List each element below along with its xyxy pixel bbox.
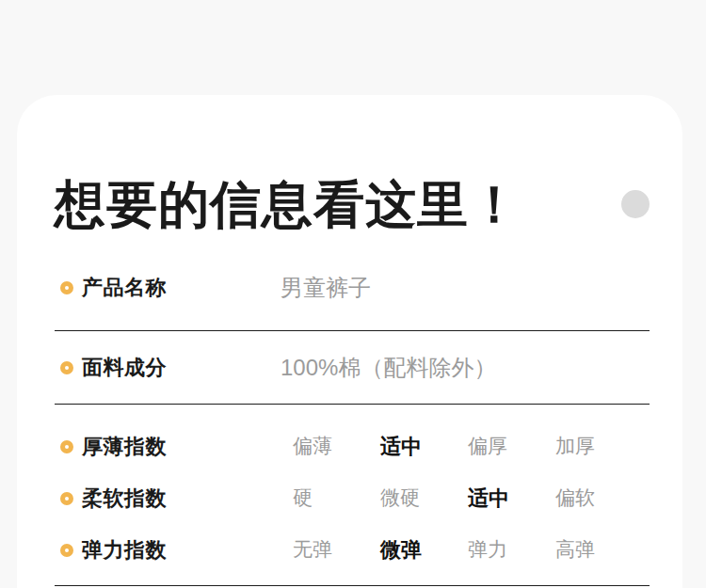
- info-row-product-name: 产品名称 男童裤子: [55, 246, 650, 330]
- row-label: 厚薄指数: [82, 433, 281, 461]
- option-item: 无弹: [293, 536, 380, 564]
- row-label: 柔软指数: [82, 485, 281, 513]
- option-item: 偏厚: [468, 433, 555, 461]
- card-header: 想要的信息看这里！: [55, 95, 650, 234]
- section-title: 想要的信息看这里！: [55, 179, 521, 230]
- index-row-thickness: 厚薄指数 偏薄 适中 偏厚 加厚: [55, 421, 650, 472]
- bullet-ring-icon: [60, 361, 73, 374]
- ring-icon: [621, 190, 650, 218]
- option-item: 硬: [293, 485, 380, 513]
- index-row-elasticity: 弹力指数 无弹 微弹 弹力 高弹: [55, 524, 650, 576]
- bullet-ring-icon: [60, 281, 73, 294]
- row-label: 产品名称: [82, 274, 281, 302]
- row-label: 面料成分: [82, 354, 281, 382]
- option-item: 适中: [380, 433, 468, 461]
- option-item: 加厚: [555, 433, 643, 461]
- option-item: 微弹: [380, 536, 468, 564]
- option-item: 适中: [468, 485, 555, 513]
- row-value: 男童裤子: [281, 273, 371, 303]
- option-item: 微硬: [380, 485, 468, 513]
- bullet-ring-icon: [60, 492, 73, 505]
- divider: [55, 585, 650, 586]
- product-info-card: 想要的信息看这里！ 产品名称 男童裤子 面料成分 100%棉（配料除外） 厚薄指…: [17, 95, 682, 588]
- option-item: 偏软: [555, 485, 643, 513]
- option-item: 弹力: [468, 536, 555, 564]
- option-scale: 无弹 微弹 弹力 高弹: [293, 536, 643, 564]
- bullet-ring-icon: [60, 544, 73, 557]
- option-scale: 偏薄 适中 偏厚 加厚: [293, 433, 643, 461]
- option-scale: 硬 微硬 适中 偏软: [293, 485, 643, 513]
- bullet-ring-icon: [60, 440, 73, 453]
- index-section: 厚薄指数 偏薄 适中 偏厚 加厚 柔软指数 硬 微硬 适中 偏软: [55, 405, 650, 585]
- option-item: 偏薄: [293, 433, 380, 461]
- index-row-softness: 柔软指数 硬 微硬 适中 偏软: [55, 472, 650, 524]
- option-item: 高弹: [555, 536, 643, 564]
- row-value: 100%棉（配料除外）: [281, 353, 496, 383]
- info-row-fabric: 面料成分 100%棉（配料除外）: [55, 331, 650, 404]
- row-label: 弹力指数: [82, 536, 281, 564]
